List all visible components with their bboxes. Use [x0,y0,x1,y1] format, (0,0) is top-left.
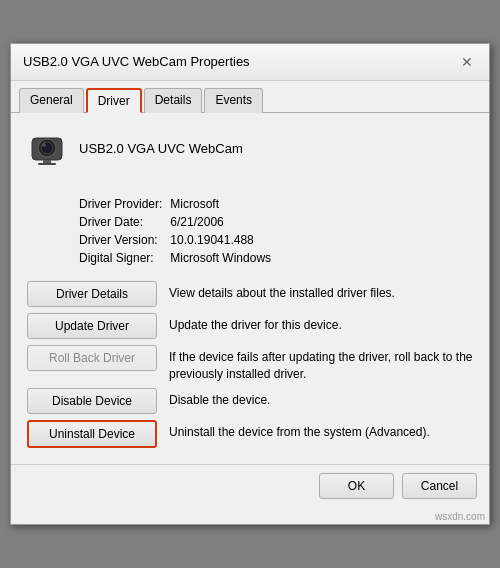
action-buttons-section: Driver Details View details about the in… [27,281,473,449]
update-driver-button[interactable]: Update Driver [27,313,157,339]
roll-back-driver-button: Roll Back Driver [27,345,157,371]
prop-label-2: Driver Version: [79,233,162,247]
uninstall-device-description: Uninstall the device from the system (Ad… [169,420,473,441]
prop-value-0: Microsoft [170,197,473,211]
ok-button[interactable]: OK [319,473,394,499]
close-button[interactable]: ✕ [457,52,477,72]
driver-details-description: View details about the installed driver … [169,281,473,302]
button-row-2: Roll Back Driver If the device fails aft… [27,345,473,383]
prop-value-2: 10.0.19041.488 [170,233,473,247]
prop-label-0: Driver Provider: [79,197,162,211]
prop-value-3: Microsoft Windows [170,251,473,265]
tab-bar: General Driver Details Events [11,81,489,113]
button-row-3: Disable Device Disable the device. [27,388,473,414]
dialog-title: USB2.0 VGA UVC WebCam Properties [23,54,250,69]
button-row-4: Uninstall Device Uninstall the device fr… [27,420,473,448]
watermark: wsxdn.com [11,509,489,524]
update-driver-description: Update the driver for this device. [169,313,473,334]
svg-rect-5 [38,163,56,165]
tab-driver[interactable]: Driver [86,88,142,113]
tab-events[interactable]: Events [204,88,263,113]
webcam-icon [27,129,67,169]
disable-device-button[interactable]: Disable Device [27,388,157,414]
device-header: USB2.0 VGA UVC WebCam [27,129,473,181]
properties-dialog: USB2.0 VGA UVC WebCam Properties ✕ Gener… [10,43,490,526]
button-row-0: Driver Details View details about the in… [27,281,473,307]
tab-details[interactable]: Details [144,88,203,113]
roll-back-driver-description: If the device fails after updating the d… [169,345,473,383]
uninstall-device-button[interactable]: Uninstall Device [27,420,157,448]
prop-label-1: Driver Date: [79,215,162,229]
button-row-1: Update Driver Update the driver for this… [27,313,473,339]
prop-value-1: 6/21/2006 [170,215,473,229]
tab-content: USB2.0 VGA UVC WebCam Driver Provider: M… [11,113,489,465]
title-bar: USB2.0 VGA UVC WebCam Properties ✕ [11,44,489,81]
disable-device-description: Disable the device. [169,388,473,409]
dialog-footer: OK Cancel [11,464,489,509]
tab-general[interactable]: General [19,88,84,113]
driver-details-button[interactable]: Driver Details [27,281,157,307]
prop-label-3: Digital Signer: [79,251,162,265]
device-name: USB2.0 VGA UVC WebCam [79,141,243,156]
properties-grid: Driver Provider: Microsoft Driver Date: … [79,197,473,265]
svg-point-3 [42,143,46,147]
cancel-button[interactable]: Cancel [402,473,477,499]
